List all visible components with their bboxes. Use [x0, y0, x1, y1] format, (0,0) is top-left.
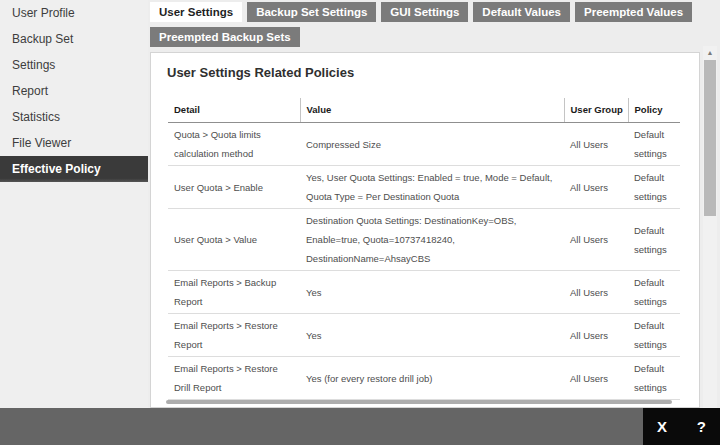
- table-row: Email Reports > Restore ReportYesAll Use…: [168, 314, 680, 357]
- cell-user-group: All Users: [564, 271, 628, 314]
- cell-detail: Email Reports > Restore Report: [168, 314, 300, 357]
- cell-user-group: All Users: [564, 209, 628, 271]
- tab-row-1: User SettingsBackup Set SettingsGUI Sett…: [150, 2, 714, 22]
- column-header-user-group: User Group: [564, 98, 628, 123]
- tab-user-settings[interactable]: User Settings: [150, 2, 242, 22]
- horizontal-scrollbar-thumb[interactable]: [166, 400, 672, 404]
- sidebar-item-user-profile[interactable]: User Profile: [0, 0, 148, 26]
- sidebar-item-report[interactable]: Report: [0, 78, 148, 104]
- table-header-row: DetailValueUser GroupPolicy: [168, 98, 680, 123]
- table-body: Quota > Quota limits calculation methodC…: [168, 123, 680, 409]
- cell-user-group: All Users: [564, 357, 628, 400]
- cell-value: Yes: [300, 271, 564, 314]
- cell-policy: Default settings: [628, 123, 680, 166]
- cell-policy: Default settings: [628, 314, 680, 357]
- cell-value: Yes, User Quota Settings: Enabled = true…: [300, 166, 564, 209]
- cell-user-group: All Users: [564, 123, 628, 166]
- app-window: User ProfileBackup SetSettingsReportStat…: [0, 0, 720, 445]
- cell-policy: Default settings: [628, 271, 680, 314]
- policy-table: DetailValueUser GroupPolicy Quota > Quot…: [168, 98, 680, 408]
- close-button[interactable]: X: [657, 418, 667, 435]
- cell-detail: User Quota > Value: [168, 209, 300, 271]
- panel-title: User Settings Related Policies: [167, 65, 699, 80]
- cell-detail: Email Reports > Restore Drill Report: [168, 357, 300, 400]
- vertical-scrollbar-thumb[interactable]: [704, 60, 716, 216]
- cell-value: Destination Quota Settings: DestinationK…: [300, 209, 564, 271]
- sidebar-item-settings[interactable]: Settings: [0, 52, 148, 78]
- footer-bar: X ?: [0, 408, 720, 445]
- tab-row-2: Preempted Backup Sets: [150, 27, 714, 47]
- policy-panel: User Settings Related Policies DetailVal…: [150, 52, 700, 408]
- cell-policy: Default settings: [628, 209, 680, 271]
- sidebar-item-file-viewer[interactable]: File Viewer: [0, 130, 148, 156]
- cell-policy: Default settings: [628, 166, 680, 209]
- tab-gui-settings[interactable]: GUI Settings: [381, 2, 468, 22]
- sidebar: User ProfileBackup SetSettingsReportStat…: [0, 0, 148, 408]
- cell-policy: Default settings: [628, 357, 680, 400]
- sidebar-item-backup-set[interactable]: Backup Set: [0, 26, 148, 52]
- column-header-value: Value: [300, 98, 564, 123]
- table-row: Quota > Quota limits calculation methodC…: [168, 123, 680, 166]
- table-row: User Quota > EnableYes, User Quota Setti…: [168, 166, 680, 209]
- cell-user-group: All Users: [564, 166, 628, 209]
- cell-user-group: All Users: [564, 314, 628, 357]
- cell-value: Yes (for every restore drill job): [300, 357, 564, 400]
- cell-detail: Quota > Quota limits calculation method: [168, 123, 300, 166]
- tab-backup-set-settings[interactable]: Backup Set Settings: [247, 2, 376, 22]
- sidebar-item-effective-policy[interactable]: Effective Policy: [0, 156, 148, 182]
- vertical-scrollbar[interactable]: ▲: [703, 46, 717, 408]
- cell-detail: Email Reports > Backup Report: [168, 271, 300, 314]
- sidebar-item-statistics[interactable]: Statistics: [0, 104, 148, 130]
- column-header-detail: Detail: [168, 98, 300, 123]
- table-row: Email Reports > Backup ReportYesAll User…: [168, 271, 680, 314]
- table-row: User Quota > ValueDestination Quota Sett…: [168, 209, 680, 271]
- tab-default-values[interactable]: Default Values: [473, 2, 570, 22]
- tab-preempted-values[interactable]: Preempted Values: [575, 2, 692, 22]
- column-header-policy: Policy: [628, 98, 680, 123]
- tab-strip: User SettingsBackup Set SettingsGUI Sett…: [150, 2, 714, 52]
- cell-detail: User Quota > Enable: [168, 166, 300, 209]
- scroll-up-arrow-icon[interactable]: ▲: [703, 46, 717, 58]
- cell-value: Compressed Size: [300, 123, 564, 166]
- help-button[interactable]: ?: [697, 418, 706, 435]
- footer-button-box: X ?: [643, 408, 720, 445]
- table-row: Email Reports > Restore Drill ReportYes …: [168, 357, 680, 400]
- cell-value: Yes: [300, 314, 564, 357]
- tab-preempted-backup-sets[interactable]: Preempted Backup Sets: [150, 27, 300, 47]
